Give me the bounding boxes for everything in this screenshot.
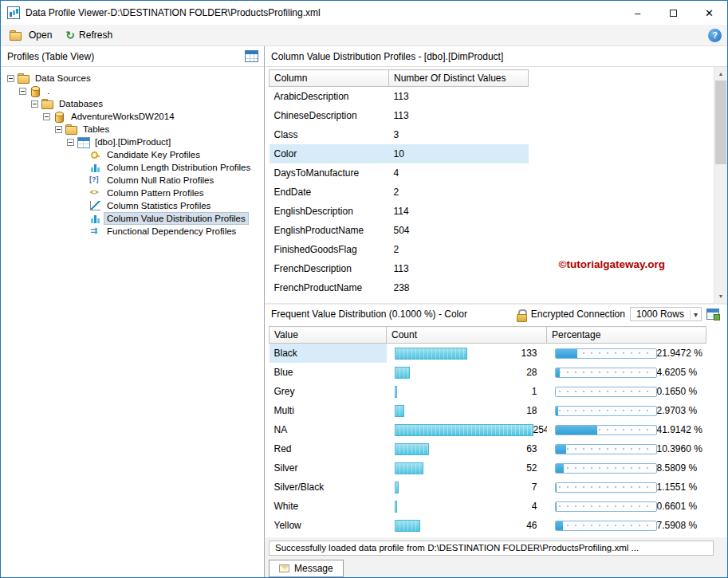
tree-item[interactable]: Data Sources bbox=[1, 72, 264, 85]
distribution-row[interactable]: ChineseDescription113 bbox=[270, 106, 529, 125]
column-header-value[interactable]: Value bbox=[270, 327, 387, 344]
tree-item-label: [dbo].[DimProduct] bbox=[92, 136, 173, 147]
expander-icon[interactable] bbox=[19, 88, 26, 95]
expander-icon[interactable] bbox=[31, 100, 38, 108]
value-cell: NA bbox=[270, 420, 387, 439]
percentage-cell: 10.3960 % bbox=[547, 439, 706, 458]
column-name-cell: ArabicDescription bbox=[270, 87, 389, 106]
open-button[interactable]: Open bbox=[6, 28, 58, 42]
tree-item[interactable]: Tables bbox=[1, 123, 264, 136]
tree-item[interactable]: Column Length Distribution Profiles bbox=[1, 161, 264, 174]
percentage-bar bbox=[555, 482, 657, 493]
tree-item-label: Databases bbox=[57, 98, 105, 109]
tree-item[interactable]: Column Value Distribution Profiles bbox=[1, 212, 264, 225]
count-bar bbox=[395, 348, 467, 360]
frequency-row[interactable]: Blue284.6205 % bbox=[270, 363, 706, 382]
count-cell: 28 bbox=[387, 363, 547, 382]
frequency-row[interactable]: Black13321.9472 % bbox=[270, 344, 706, 364]
percentage-value: 41.9142 % bbox=[657, 424, 705, 435]
distribution-row[interactable]: EnglishProductName504 bbox=[270, 221, 529, 240]
frequency-row[interactable]: Grey10.1650 % bbox=[270, 382, 706, 401]
help-button[interactable]: ? bbox=[708, 29, 722, 42]
distinct-values-cell: 113 bbox=[389, 87, 529, 106]
distinct-values-cell: 10 bbox=[389, 144, 529, 163]
count-value: 52 bbox=[526, 462, 538, 474]
distribution-table: Column Number Of Distinct Values ArabicD… bbox=[269, 69, 529, 297]
scroll-down-icon[interactable]: ▼ bbox=[714, 289, 727, 303]
scroll-up-icon[interactable]: ▲ bbox=[714, 67, 727, 81]
count-cell: 1 bbox=[387, 382, 547, 401]
toolbar: Open ↻ Refresh ? bbox=[1, 25, 727, 46]
tree-item[interactable]: Databases bbox=[1, 97, 264, 110]
tree-item[interactable]: Functional Dependency Profiles bbox=[1, 225, 264, 238]
column-header-percentage[interactable]: Percentage bbox=[547, 327, 706, 344]
expander-icon[interactable] bbox=[7, 75, 14, 82]
distribution-row[interactable]: FrenchProductName238 bbox=[270, 278, 529, 297]
percentage-bar-fill bbox=[556, 502, 557, 511]
tab-message[interactable]: Message bbox=[269, 560, 344, 577]
frequency-panel-header: Frequent Value Distribution (0.1000 %) -… bbox=[265, 303, 727, 324]
dependency-icon bbox=[89, 226, 101, 237]
expander-icon[interactable] bbox=[43, 113, 50, 120]
distinct-values-cell: 113 bbox=[389, 106, 529, 125]
distribution-row[interactable]: FinishedGoodsFlag2 bbox=[270, 240, 529, 259]
column-name-cell: Class bbox=[270, 125, 389, 144]
distribution-row[interactable]: ArabicDescription113 bbox=[270, 87, 529, 106]
distribution-row[interactable]: EnglishDescription114 bbox=[270, 202, 529, 221]
expander-icon[interactable] bbox=[55, 126, 62, 133]
frequency-row[interactable]: Silver528.5809 % bbox=[270, 458, 706, 478]
distribution-row[interactable]: FrenchDescription113 bbox=[270, 259, 529, 278]
bar-chart-icon bbox=[89, 162, 101, 173]
help-icon: ? bbox=[712, 30, 718, 40]
value-cell: Grey bbox=[270, 382, 387, 401]
frequency-row[interactable]: Yellow467.5908 % bbox=[270, 516, 706, 535]
count-bar bbox=[395, 405, 404, 417]
tree-item[interactable]: Column Null Ratio Profiles bbox=[1, 174, 264, 187]
distribution-row[interactable]: DaysToManufacture4 bbox=[270, 163, 529, 183]
database-icon bbox=[53, 111, 65, 122]
distribution-row[interactable]: Color10 bbox=[270, 144, 529, 163]
open-folder-icon bbox=[10, 29, 22, 41]
tree-item[interactable]: Column Statistics Profiles bbox=[1, 199, 264, 212]
percentage-cell: 0.1650 % bbox=[547, 382, 706, 401]
vertical-scrollbar[interactable]: ▲ ▼ bbox=[714, 67, 727, 303]
count-value: 28 bbox=[526, 367, 538, 378]
window-controls: – ✕ bbox=[620, 1, 727, 25]
percentage-cell: 0.6601 % bbox=[547, 497, 706, 516]
profiles-panel: Profiles (Table View) Data Sources . Dat… bbox=[1, 46, 265, 577]
frequency-row[interactable]: Multi182.9703 % bbox=[270, 401, 706, 420]
percentage-bar bbox=[555, 521, 657, 531]
percentage-bar bbox=[555, 425, 657, 435]
scrollbar-thumb[interactable] bbox=[715, 81, 726, 164]
tree-item[interactable]: AdventureWorksDW2014 bbox=[1, 110, 264, 123]
maximize-button[interactable] bbox=[655, 1, 691, 25]
percentage-value: 7.5908 % bbox=[657, 520, 700, 531]
column-header-count[interactable]: Count bbox=[387, 327, 547, 344]
drilldown-icon[interactable] bbox=[706, 309, 719, 320]
percentage-value: 0.6601 % bbox=[657, 501, 700, 512]
rows-dropdown[interactable]: 1000 Rows ▾ bbox=[630, 307, 702, 321]
frequency-row[interactable]: Red6310.3960 % bbox=[270, 439, 706, 458]
distribution-row[interactable]: Class3 bbox=[270, 125, 529, 144]
tree-item[interactable]: [dbo].[DimProduct] bbox=[1, 136, 264, 148]
distribution-row[interactable]: EndDate2 bbox=[270, 183, 529, 202]
percentage-bar bbox=[555, 368, 657, 378]
pattern-icon bbox=[89, 187, 101, 199]
tree-item-label: Candidate Key Profiles bbox=[104, 149, 203, 160]
refresh-button[interactable]: ↻ Refresh bbox=[61, 28, 119, 42]
minimize-button[interactable]: – bbox=[620, 1, 655, 25]
column-name-cell: ChineseDescription bbox=[270, 106, 389, 125]
frequency-row[interactable]: White40.6601 % bbox=[270, 497, 706, 516]
tree-item[interactable]: Column Pattern Profiles bbox=[1, 187, 264, 199]
close-button[interactable]: ✕ bbox=[691, 1, 727, 25]
column-header-distinct-values[interactable]: Number Of Distinct Values bbox=[389, 70, 529, 87]
frequency-row[interactable]: Silver/Black71.1551 % bbox=[270, 478, 706, 497]
tree-item[interactable]: Candidate Key Profiles bbox=[1, 148, 264, 161]
frequency-row[interactable]: NA25441.9142 % bbox=[270, 420, 706, 439]
column-header-column[interactable]: Column bbox=[270, 70, 389, 87]
expander-icon[interactable] bbox=[67, 139, 74, 146]
tree-item-label: Functional Dependency Profiles bbox=[104, 226, 238, 237]
table-view-icon[interactable] bbox=[245, 50, 258, 62]
distribution-table-container: Column Number Of Distinct Values ArabicD… bbox=[265, 67, 727, 303]
tree-item[interactable]: . bbox=[1, 85, 264, 97]
